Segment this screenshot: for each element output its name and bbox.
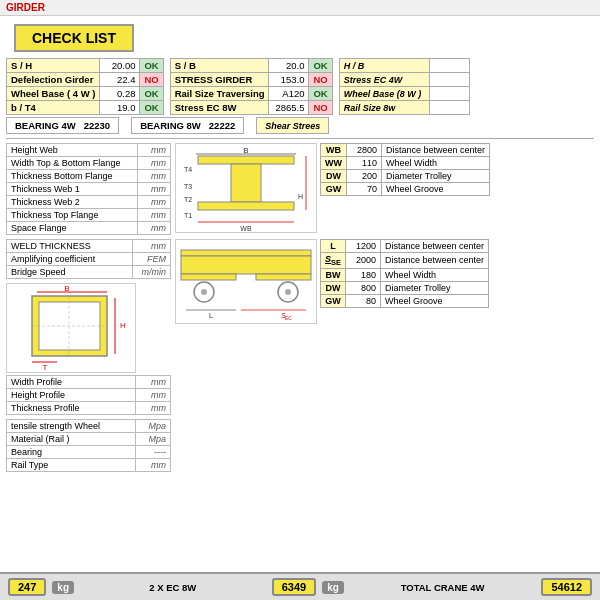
- param-unit: Mpa: [135, 420, 170, 433]
- top-bar: GIRDER: [0, 0, 600, 16]
- svg-rect-20: [198, 202, 294, 210]
- param-unit: Mpa: [135, 433, 170, 446]
- param-unit: mm: [135, 459, 170, 472]
- param-unit: mm: [137, 157, 170, 170]
- check-value: 19.0: [100, 101, 140, 115]
- check-value: A120: [269, 87, 309, 101]
- check-label: Stress EC 8W: [170, 101, 269, 115]
- dim-desc: Distance between center: [381, 253, 489, 269]
- check-label: S / H: [7, 59, 100, 73]
- check-value: [429, 101, 469, 115]
- dim-value: 800: [346, 281, 381, 294]
- dim-desc: Diameter Trolley: [382, 170, 490, 183]
- param-unit: mm: [137, 209, 170, 222]
- param-unit: mm: [135, 402, 170, 415]
- footer-bar: 247 kg 2 X EC 8W 6349 kg TOTAL CRANE 4W …: [0, 572, 600, 600]
- check-table-left: S / H 20.00 OKDefelection Girder 22.4 NO…: [6, 58, 164, 115]
- check-status: OK: [140, 59, 163, 73]
- check-value: 0.28: [100, 87, 140, 101]
- svg-text:H: H: [120, 321, 126, 330]
- dim-key: GW: [321, 294, 346, 307]
- svg-text:T3: T3: [184, 183, 192, 190]
- svg-text:T4: T4: [184, 166, 192, 173]
- bottom-left-table: tensile strength Wheel MpaMaterial (Rail…: [6, 419, 171, 472]
- param-name: Width Top & Bottom Flange: [7, 157, 138, 170]
- dim-value: 2000: [346, 253, 381, 269]
- check-value: [429, 87, 469, 101]
- param-name: Material (Rail ): [7, 433, 136, 446]
- check-table-right: H / B Stress EC 4W Wheel Base (8 W ) Rai…: [339, 58, 470, 115]
- svg-rect-18: [198, 156, 294, 164]
- dim-value: 80: [346, 294, 381, 307]
- param-unit: ----: [135, 446, 170, 459]
- param-unit: FEM: [132, 253, 170, 266]
- dim-value: 2800: [347, 144, 382, 157]
- footer-unit1: kg: [52, 581, 74, 594]
- param-name: Height Web: [7, 144, 138, 157]
- check-status: OK: [309, 59, 332, 73]
- bottom-dims-section: L 1200 Distance between centerSSE 2000 D…: [320, 239, 489, 324]
- svg-rect-26: [181, 250, 311, 256]
- profile-diagram: B H T: [7, 284, 137, 374]
- param-name: Bearing: [7, 446, 136, 459]
- dim-key: BW: [321, 268, 346, 281]
- svg-point-31: [201, 289, 207, 295]
- check-label: Defelection Girder: [7, 73, 100, 87]
- dim-key: GW: [321, 183, 347, 196]
- svg-text:L: L: [209, 312, 213, 319]
- footer-label1: 2 X EC 8W: [80, 582, 266, 593]
- check-table-mid: S / B 20.0 OKSTRESS GIRDER 153.0 NORail …: [170, 58, 333, 115]
- param-name: Thickness Bottom Flange: [7, 170, 138, 183]
- dim-key: L: [321, 240, 346, 253]
- param-unit: mm: [137, 144, 170, 157]
- svg-rect-19: [231, 164, 261, 202]
- svg-rect-28: [181, 274, 236, 280]
- param-name: Width Profile: [7, 376, 136, 389]
- dim-desc: Distance between center: [381, 240, 489, 253]
- check-label: Stress EC 4W: [339, 73, 429, 87]
- svg-text:T: T: [43, 363, 48, 372]
- dim-value: 180: [346, 268, 381, 281]
- dim-desc: Wheel Width: [382, 157, 490, 170]
- top-dims-section: WB 2800 Distance between centerWW 110 Wh…: [320, 143, 490, 233]
- check-label: Rail Size Traversing: [170, 87, 269, 101]
- param-unit: mm: [135, 376, 170, 389]
- svg-text:T2: T2: [184, 196, 192, 203]
- dim-value: 1200: [346, 240, 381, 253]
- param-unit: mm: [137, 196, 170, 209]
- checklist-title: CHECK LIST: [14, 24, 134, 52]
- profile-table: Width Profile mmHeight Profile mmThickne…: [6, 375, 171, 415]
- check-status: NO: [309, 101, 332, 115]
- bearing-4w: BEARING 4W 22230: [6, 117, 119, 134]
- dim-key: DW: [321, 170, 347, 183]
- dim-desc: Wheel Groove: [382, 183, 490, 196]
- check-status: OK: [140, 87, 163, 101]
- bearing-right: Shear Strees: [256, 117, 329, 134]
- check-value: [429, 59, 469, 73]
- top-beam-diagram: B T4 T3 T2 T1 H WB: [175, 143, 317, 233]
- check-status: NO: [140, 73, 163, 87]
- check-status: OK: [140, 101, 163, 115]
- dim-desc: Wheel Width: [381, 268, 489, 281]
- dims-top-table: WB 2800 Distance between centerWW 110 Wh…: [320, 143, 490, 196]
- param-unit: mm: [137, 183, 170, 196]
- dim-desc: Wheel Groove: [381, 294, 489, 307]
- svg-rect-29: [256, 274, 311, 280]
- dim-desc: Distance between center: [382, 144, 490, 157]
- dim-key: WB: [321, 144, 347, 157]
- footer-unit2: kg: [322, 581, 344, 594]
- param-name: Bridge Speed: [7, 266, 133, 279]
- check-value: 20.0: [269, 59, 309, 73]
- check-label: STRESS GIRDER: [170, 73, 269, 87]
- dim-value: 70: [347, 183, 382, 196]
- dims-bottom-table: L 1200 Distance between centerSSE 2000 D…: [320, 239, 489, 308]
- check-status: NO: [309, 73, 332, 87]
- dim-key: WW: [321, 157, 347, 170]
- param-unit: mm: [135, 389, 170, 402]
- check-label: S / B: [170, 59, 269, 73]
- left-params: Height Web mmWidth Top & Bottom Flange m…: [6, 143, 171, 415]
- check-value: 20.00: [100, 59, 140, 73]
- svg-text:T1: T1: [184, 212, 192, 219]
- footer-label2: TOTAL CRANE 4W: [350, 582, 536, 593]
- check-value: 2865.5: [269, 101, 309, 115]
